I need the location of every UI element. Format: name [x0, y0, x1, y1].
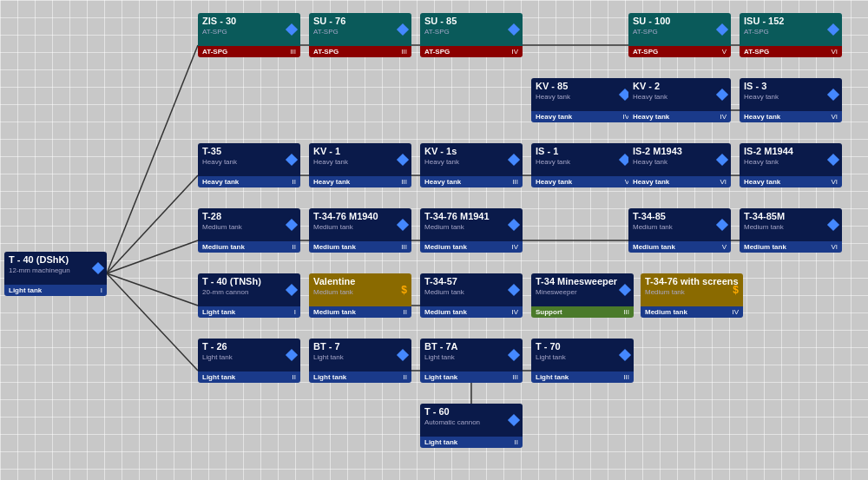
- svg-line-1: [107, 175, 198, 273]
- tank-card-t3476m1940[interactable]: T-34-76 M1940 Medium tank Medium tank II…: [309, 208, 411, 253]
- tank-card-su100[interactable]: SU - 100 AT-SPG AT-SPG V: [628, 13, 731, 57]
- card-header: T - 40 (DShK) 12-mm machinegun: [4, 252, 107, 285]
- card-name: T-35: [202, 146, 296, 157]
- card-tier: VI: [831, 48, 838, 56]
- tank-card-kv2[interactable]: KV - 2 Heavy tank Heavy tank IV: [628, 78, 731, 122]
- card-tier: IV: [511, 243, 518, 251]
- card-footer: Heavy tank III: [309, 176, 411, 187]
- tank-card-t3485[interactable]: T-34-85 Medium tank Medium tank V: [628, 208, 731, 253]
- card-class: Light tank: [424, 373, 457, 381]
- card-footer: AT-SPG III: [309, 46, 411, 57]
- tank-card-t26[interactable]: T - 26 Light tank Light tank II: [198, 339, 300, 383]
- card-footer: Heavy tank IV: [628, 111, 731, 122]
- card-footer: Medium tank III: [309, 241, 411, 253]
- card-class: Heavy tank: [202, 178, 239, 186]
- card-header: T-34-85M Medium tank: [740, 208, 842, 241]
- tank-card-is2m1943[interactable]: IS-2 M1943 Heavy tank Heavy tank VI: [628, 143, 731, 187]
- card-name: T-34-85: [633, 211, 727, 222]
- card-name: T - 26: [202, 341, 296, 352]
- tank-card-t28[interactable]: T-28 Medium tank Medium tank II: [198, 208, 300, 253]
- card-header: IS-2 M1944 Heavy tank: [740, 143, 842, 176]
- card-tier: I: [101, 286, 102, 294]
- tank-card-kv1s[interactable]: KV - 1s Heavy tank Heavy tank III: [420, 143, 523, 187]
- card-class: Medium tank: [744, 243, 786, 251]
- card-subtype: Heavy tank: [313, 158, 407, 166]
- card-header: SU - 85 AT-SPG: [420, 13, 523, 46]
- card-subtype: Heavy tank: [202, 158, 296, 166]
- card-header: KV - 1 Heavy tank: [309, 143, 411, 176]
- tank-card-bt7a[interactable]: BT - 7A Light tank Light tank III: [420, 339, 523, 383]
- card-tier: IV: [732, 308, 739, 316]
- card-subtype: Heavy tank: [536, 93, 629, 101]
- card-footer: AT-SPG V: [628, 46, 731, 57]
- card-tier: V: [722, 48, 727, 56]
- card-name: T-34-76 M1940: [313, 211, 407, 222]
- tank-card-zis30[interactable]: ZIS - 30 AT-SPG AT-SPG III: [198, 13, 300, 57]
- card-footer: AT-SPG VI: [740, 46, 842, 57]
- tank-card-t3457[interactable]: T-34-57 Medium tank Medium tank IV: [420, 273, 523, 318]
- tank-card-t3485m[interactable]: T-34-85M Medium tank Medium tank VI: [740, 208, 842, 253]
- dollar-icon: $: [401, 284, 407, 296]
- card-tier: III: [623, 308, 629, 316]
- card-tier: III: [401, 48, 407, 56]
- tank-card-is2m1944[interactable]: IS-2 M1944 Heavy tank Heavy tank VI: [740, 143, 842, 187]
- card-name: T-34-85M: [744, 211, 838, 222]
- card-footer: Medium tank II: [198, 241, 300, 253]
- card-name: T-34 Minesweeper: [536, 276, 629, 287]
- card-footer: Medium tank VI: [740, 241, 842, 253]
- card-footer: Light tank III: [531, 372, 634, 383]
- card-tier: II: [404, 373, 407, 381]
- card-footer: Heavy tank VI: [740, 111, 842, 122]
- card-name: KV - 2: [633, 81, 727, 92]
- card-class: AT-SPG: [202, 48, 227, 56]
- card-name: ISU - 152: [744, 16, 838, 27]
- tank-card-t60[interactable]: T - 60 Automatic cannon Light tank II: [420, 404, 523, 448]
- card-header: KV - 2 Heavy tank: [628, 78, 731, 111]
- card-class: Medium tank: [202, 243, 245, 251]
- tank-card-t40tnsh[interactable]: T - 40 (TNSh) 20-mm cannon Light tank I: [198, 273, 300, 318]
- card-footer: AT-SPG IV: [420, 46, 523, 57]
- card-subtype: 12-mm machinegun: [9, 266, 102, 274]
- card-name: ZIS - 30: [202, 16, 296, 27]
- tank-card-is3[interactable]: IS - 3 Heavy tank Heavy tank VI: [740, 78, 842, 122]
- card-subtype: AT-SPG: [633, 28, 727, 36]
- card-header: T - 60 Automatic cannon: [420, 404, 523, 437]
- tank-card-isu152[interactable]: ISU - 152 AT-SPG AT-SPG VI: [740, 13, 842, 57]
- tank-card-t70[interactable]: T - 70 Light tank Light tank III: [531, 339, 634, 383]
- card-footer: Heavy tank IV: [531, 111, 634, 122]
- card-subtype: Medium tank: [424, 223, 518, 231]
- tank-card-bt7[interactable]: BT - 7 Light tank Light tank II: [309, 339, 411, 383]
- svg-line-2: [107, 240, 198, 273]
- tank-card-kv85[interactable]: KV - 85 Heavy tank Heavy tank IV: [531, 78, 634, 122]
- tank-card-valentine[interactable]: Valentine Medium tank $ Medium tank II: [309, 273, 411, 318]
- card-footer: Heavy tank II: [198, 176, 300, 187]
- tank-card-su85[interactable]: SU - 85 AT-SPG AT-SPG IV: [420, 13, 523, 57]
- card-name: T-34-57: [424, 276, 518, 287]
- tank-card-is1[interactable]: IS - 1 Heavy tank Heavy tank V: [531, 143, 634, 187]
- card-subtype: Heavy tank: [424, 158, 518, 166]
- tank-card-t3476screens[interactable]: T-34-76 with screens Medium tank $ Mediu…: [641, 273, 743, 318]
- tank-card-t35[interactable]: T-35 Heavy tank Heavy tank II: [198, 143, 300, 187]
- card-class: Medium tank: [424, 243, 467, 251]
- card-class: Medium tank: [645, 308, 687, 316]
- tank-card-t34minesweeper[interactable]: T-34 Minesweeper Minesweeper Support III: [531, 273, 634, 318]
- card-class: Medium tank: [633, 243, 675, 251]
- card-header: T-34-76 with screens Medium tank $: [641, 273, 743, 306]
- card-header: IS - 1 Heavy tank: [531, 143, 634, 176]
- card-subtype: Medium tank: [313, 223, 407, 231]
- tank-card-su76[interactable]: SU - 76 AT-SPG AT-SPG III: [309, 13, 411, 57]
- tank-card-t40dshk[interactable]: T - 40 (DShK) 12-mm machinegun Light tan…: [4, 252, 107, 296]
- card-name: SU - 85: [424, 16, 518, 27]
- dollar-icon: $: [733, 284, 739, 296]
- card-header: T - 26 Light tank: [198, 339, 300, 372]
- tank-card-t3476m1941[interactable]: T-34-76 M1941 Medium tank Medium tank IV: [420, 208, 523, 253]
- card-tier: II: [515, 438, 518, 446]
- card-subtype: AT-SPG: [313, 28, 407, 36]
- card-header: T-34-76 M1941 Medium tank: [420, 208, 523, 241]
- card-name: T - 40 (TNSh): [202, 276, 296, 287]
- card-subtype: Medium tank: [202, 223, 296, 231]
- card-tier: IV: [511, 308, 518, 316]
- tank-card-kv1[interactable]: KV - 1 Heavy tank Heavy tank III: [309, 143, 411, 187]
- card-class: Heavy tank: [633, 178, 669, 186]
- card-footer: Medium tank V: [628, 241, 731, 253]
